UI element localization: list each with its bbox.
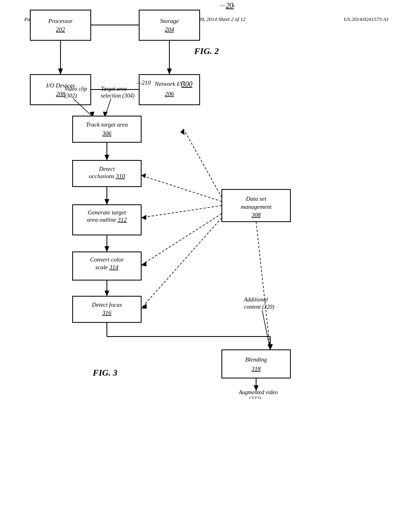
- additional-blend-line: [262, 310, 270, 350]
- video-clip-num: (302): [65, 93, 77, 99]
- fig3-label: FIG. 3: [92, 368, 117, 378]
- blending-num: 318: [251, 366, 261, 372]
- dataset-convert-dash: [141, 214, 222, 265]
- dataset-generate-dash: [141, 206, 222, 218]
- dataset-blend-arrow: [268, 345, 273, 350]
- svg-text:—: —: [219, 2, 225, 8]
- page: Patent Application Publication Aug. 28, …: [0, 0, 413, 532]
- detect-focus-label1: Detect focus: [92, 301, 122, 308]
- fig2-section: 200 — Processor 202 Storage 204 I/O Devi…: [24, 39, 389, 56]
- dataset-generate-arrow: [141, 215, 146, 220]
- detect-occ-label: Detect: [98, 166, 115, 172]
- dataset-convert-arrow: [141, 261, 146, 266]
- track-detect-arrow: [104, 155, 109, 160]
- generate-convert-arrow: [104, 246, 109, 252]
- detect-generate-arrow: [104, 199, 109, 205]
- dataset-detect-arrow: [141, 173, 146, 178]
- fig3-ref: 300: [181, 80, 192, 88]
- dataset-blend-dash: [256, 222, 270, 350]
- header-patent-number: US 2014/0241573 A1: [344, 16, 389, 23]
- convert-label1: Convert color: [90, 256, 124, 263]
- dataset-label2: management: [241, 204, 272, 210]
- detect-focus-num: 316: [102, 310, 112, 316]
- convert-label2: scale 314: [95, 264, 119, 270]
- additional-label1: Additional: [244, 297, 268, 303]
- blending-label: Blending: [245, 356, 267, 363]
- dataset-focus-arrow: [141, 303, 147, 309]
- additional-label2: content (320): [244, 304, 274, 310]
- storage-box: [139, 10, 200, 40]
- processor-num: 202: [56, 26, 65, 33]
- fig2-ref: 200: [226, 2, 234, 10]
- processor-label: Processor: [48, 18, 73, 24]
- processor-box: [30, 10, 91, 40]
- dataset-detect-dash: [141, 175, 222, 202]
- dataset-focus-dash: [141, 218, 222, 308]
- generate-label2: area outline 312: [87, 216, 127, 223]
- target-area-num: selection (304): [101, 93, 135, 99]
- svg-text:occlusions 310: occlusions 310: [89, 173, 125, 179]
- generate-label1: Generate target: [88, 209, 127, 216]
- video-arrow-line: [73, 99, 93, 117]
- target-area-label: Target area: [101, 86, 127, 92]
- fig3-svg: 300 Video clip (302) Target area selecti…: [24, 69, 411, 399]
- dataset-track-dash: [184, 129, 222, 197]
- augmented-label1: Augmented video: [238, 389, 278, 395]
- augmented-label2: (322): [249, 396, 261, 399]
- dataset-num: 308: [251, 212, 261, 218]
- convert-focus-arrow: [104, 291, 109, 296]
- video-clip-label: Video clip: [65, 86, 87, 92]
- storage-num: 204: [165, 26, 174, 33]
- track-num: 306: [102, 130, 112, 137]
- storage-label: Storage: [160, 18, 179, 24]
- track-box: [73, 116, 141, 142]
- track-label: Track target area: [86, 121, 128, 128]
- dataset-label1: Data set: [246, 195, 267, 202]
- blending-box: [222, 350, 290, 378]
